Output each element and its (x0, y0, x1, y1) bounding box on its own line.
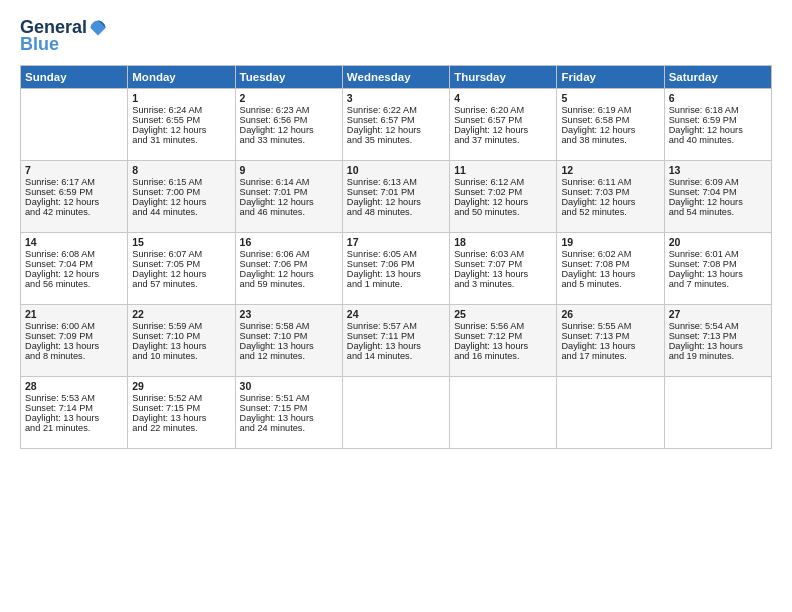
day-number: 28 (25, 380, 123, 392)
cell-line: Daylight: 12 hours (669, 197, 767, 207)
cell-line: Sunrise: 6:11 AM (561, 177, 659, 187)
week-row: 14Sunrise: 6:08 AMSunset: 7:04 PMDayligh… (21, 232, 772, 304)
cell-line: Sunset: 7:01 PM (240, 187, 338, 197)
cell-line: and 24 minutes. (240, 423, 338, 433)
col-header-sunday: Sunday (21, 65, 128, 88)
calendar-cell: 26Sunrise: 5:55 AMSunset: 7:13 PMDayligh… (557, 304, 664, 376)
day-number: 14 (25, 236, 123, 248)
cell-line: Daylight: 13 hours (669, 341, 767, 351)
calendar-cell: 24Sunrise: 5:57 AMSunset: 7:11 PMDayligh… (342, 304, 449, 376)
cell-line: Daylight: 12 hours (240, 197, 338, 207)
cell-line: and 38 minutes. (561, 135, 659, 145)
calendar-cell: 29Sunrise: 5:52 AMSunset: 7:15 PMDayligh… (128, 376, 235, 448)
day-number: 12 (561, 164, 659, 176)
day-number: 13 (669, 164, 767, 176)
cell-line: Sunrise: 6:08 AM (25, 249, 123, 259)
cell-line: and 37 minutes. (454, 135, 552, 145)
day-number: 25 (454, 308, 552, 320)
cell-line: Sunrise: 6:02 AM (561, 249, 659, 259)
cell-line: Sunrise: 5:52 AM (132, 393, 230, 403)
calendar-cell: 4Sunrise: 6:20 AMSunset: 6:57 PMDaylight… (450, 88, 557, 160)
cell-line: Daylight: 12 hours (132, 269, 230, 279)
cell-line: Daylight: 13 hours (561, 269, 659, 279)
cell-line: and 21 minutes. (25, 423, 123, 433)
cell-line: Sunrise: 5:55 AM (561, 321, 659, 331)
cell-line: Sunset: 7:15 PM (132, 403, 230, 413)
cell-line: Sunrise: 5:58 AM (240, 321, 338, 331)
cell-line: and 10 minutes. (132, 351, 230, 361)
cell-line: Sunrise: 5:56 AM (454, 321, 552, 331)
calendar-cell: 14Sunrise: 6:08 AMSunset: 7:04 PMDayligh… (21, 232, 128, 304)
calendar-cell: 7Sunrise: 6:17 AMSunset: 6:59 PMDaylight… (21, 160, 128, 232)
calendar-cell: 11Sunrise: 6:12 AMSunset: 7:02 PMDayligh… (450, 160, 557, 232)
calendar-cell: 25Sunrise: 5:56 AMSunset: 7:12 PMDayligh… (450, 304, 557, 376)
cell-line: Sunrise: 5:54 AM (669, 321, 767, 331)
cell-line: Sunset: 7:08 PM (669, 259, 767, 269)
calendar-cell: 30Sunrise: 5:51 AMSunset: 7:15 PMDayligh… (235, 376, 342, 448)
cell-line: Sunrise: 6:05 AM (347, 249, 445, 259)
cell-line: Sunrise: 6:20 AM (454, 105, 552, 115)
day-number: 16 (240, 236, 338, 248)
col-header-friday: Friday (557, 65, 664, 88)
cell-line: and 46 minutes. (240, 207, 338, 217)
cell-line: and 42 minutes. (25, 207, 123, 217)
day-number: 22 (132, 308, 230, 320)
cell-line: Daylight: 13 hours (347, 341, 445, 351)
cell-line: Sunset: 7:12 PM (454, 331, 552, 341)
cell-line: Sunset: 7:15 PM (240, 403, 338, 413)
page: General Blue SundayMondayTuesdayWednesda… (0, 0, 792, 612)
cell-line: Sunset: 7:04 PM (669, 187, 767, 197)
day-number: 27 (669, 308, 767, 320)
cell-line: Sunset: 6:56 PM (240, 115, 338, 125)
cell-line: Sunset: 7:07 PM (454, 259, 552, 269)
day-number: 4 (454, 92, 552, 104)
calendar-cell: 27Sunrise: 5:54 AMSunset: 7:13 PMDayligh… (664, 304, 771, 376)
calendar-cell (342, 376, 449, 448)
day-number: 3 (347, 92, 445, 104)
cell-line: Sunset: 6:59 PM (25, 187, 123, 197)
cell-line: Sunrise: 6:09 AM (669, 177, 767, 187)
cell-line: Sunset: 7:06 PM (240, 259, 338, 269)
cell-line: and 31 minutes. (132, 135, 230, 145)
cell-line: Daylight: 13 hours (25, 413, 123, 423)
cell-line: and 17 minutes. (561, 351, 659, 361)
cell-line: Sunset: 6:59 PM (669, 115, 767, 125)
calendar-cell: 21Sunrise: 6:00 AMSunset: 7:09 PMDayligh… (21, 304, 128, 376)
cell-line: and 56 minutes. (25, 279, 123, 289)
calendar-cell (664, 376, 771, 448)
cell-line: and 33 minutes. (240, 135, 338, 145)
header-row: SundayMondayTuesdayWednesdayThursdayFrid… (21, 65, 772, 88)
cell-line: and 14 minutes. (347, 351, 445, 361)
cell-line: Sunset: 7:10 PM (240, 331, 338, 341)
cell-line: and 7 minutes. (669, 279, 767, 289)
col-header-tuesday: Tuesday (235, 65, 342, 88)
day-number: 20 (669, 236, 767, 248)
day-number: 15 (132, 236, 230, 248)
cell-line: and 35 minutes. (347, 135, 445, 145)
cell-line: Sunset: 7:00 PM (132, 187, 230, 197)
calendar-cell: 13Sunrise: 6:09 AMSunset: 7:04 PMDayligh… (664, 160, 771, 232)
calendar-cell: 23Sunrise: 5:58 AMSunset: 7:10 PMDayligh… (235, 304, 342, 376)
week-row: 7Sunrise: 6:17 AMSunset: 6:59 PMDaylight… (21, 160, 772, 232)
cell-line: Sunrise: 5:51 AM (240, 393, 338, 403)
cell-line: Sunrise: 6:17 AM (25, 177, 123, 187)
day-number: 6 (669, 92, 767, 104)
cell-line: Sunset: 7:10 PM (132, 331, 230, 341)
cell-line: Sunrise: 6:23 AM (240, 105, 338, 115)
cell-line: Sunrise: 6:06 AM (240, 249, 338, 259)
week-row: 28Sunrise: 5:53 AMSunset: 7:14 PMDayligh… (21, 376, 772, 448)
cell-line: Sunrise: 6:03 AM (454, 249, 552, 259)
day-number: 26 (561, 308, 659, 320)
cell-line: and 57 minutes. (132, 279, 230, 289)
day-number: 1 (132, 92, 230, 104)
cell-line: Sunrise: 6:13 AM (347, 177, 445, 187)
calendar-cell: 3Sunrise: 6:22 AMSunset: 6:57 PMDaylight… (342, 88, 449, 160)
calendar-cell (450, 376, 557, 448)
cell-line: Daylight: 12 hours (25, 269, 123, 279)
cell-line: Daylight: 13 hours (561, 341, 659, 351)
cell-line: Daylight: 12 hours (347, 197, 445, 207)
day-number: 10 (347, 164, 445, 176)
cell-line: Sunrise: 6:22 AM (347, 105, 445, 115)
logo: General Blue (20, 18, 107, 55)
day-number: 9 (240, 164, 338, 176)
